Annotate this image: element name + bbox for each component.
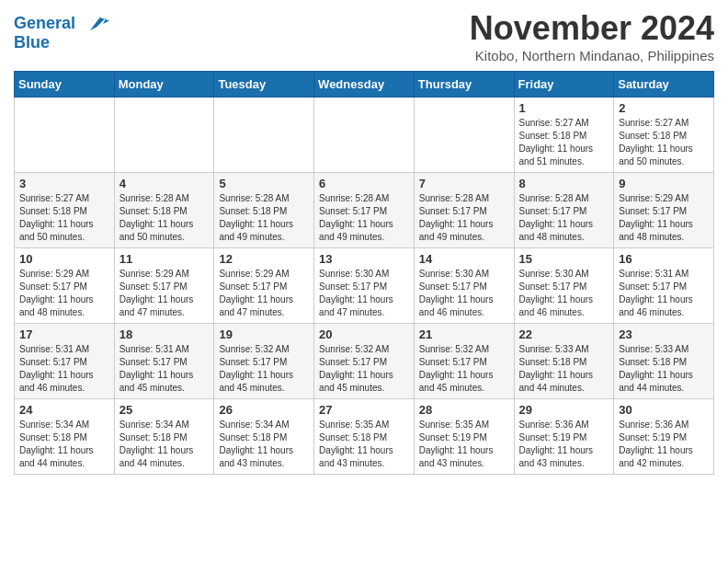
day-number: 21: [419, 327, 509, 341]
calendar-day-cell: 1Sunrise: 5:27 AM Sunset: 5:18 PM Daylig…: [514, 98, 614, 173]
day-number: 27: [319, 403, 409, 417]
day-info: Sunrise: 5:31 AM Sunset: 5:17 PM Dayligh…: [119, 343, 210, 395]
day-info: Sunrise: 5:33 AM Sunset: 5:18 PM Dayligh…: [519, 343, 609, 395]
calendar-day-cell: 2Sunrise: 5:27 AM Sunset: 5:18 PM Daylig…: [614, 98, 714, 173]
day-number: 3: [19, 177, 109, 190]
day-info: Sunrise: 5:36 AM Sunset: 5:19 PM Dayligh…: [519, 419, 609, 470]
day-number: 2: [619, 101, 709, 115]
calendar-day-cell: 4Sunrise: 5:28 AM Sunset: 5:18 PM Daylig…: [114, 173, 214, 248]
calendar-day-cell: 29Sunrise: 5:36 AM Sunset: 5:19 PM Dayli…: [514, 399, 614, 475]
month-title: November 2024: [470, 9, 714, 48]
day-number: 22: [519, 327, 609, 341]
day-info: Sunrise: 5:28 AM Sunset: 5:17 PM Dayligh…: [419, 192, 509, 244]
day-number: 8: [519, 177, 609, 190]
calendar-week-row: 3Sunrise: 5:27 AM Sunset: 5:18 PM Daylig…: [15, 173, 714, 248]
calendar-day-cell: 7Sunrise: 5:28 AM Sunset: 5:17 PM Daylig…: [414, 173, 514, 248]
calendar-day-cell: 13Sunrise: 5:30 AM Sunset: 5:17 PM Dayli…: [314, 248, 415, 324]
day-info: Sunrise: 5:27 AM Sunset: 5:18 PM Dayligh…: [519, 117, 609, 168]
day-number: 11: [119, 252, 210, 266]
calendar: SundayMondayTuesdayWednesdayThursdayFrid…: [14, 71, 714, 475]
weekday-header-row: SundayMondayTuesdayWednesdayThursdayFrid…: [15, 72, 714, 98]
day-info: Sunrise: 5:28 AM Sunset: 5:18 PM Dayligh…: [119, 192, 210, 244]
weekday-header-saturday: Saturday: [614, 72, 714, 98]
day-number: 1: [519, 101, 609, 115]
weekday-header-wednesday: Wednesday: [314, 72, 415, 98]
calendar-day-cell: 30Sunrise: 5:36 AM Sunset: 5:19 PM Dayli…: [614, 399, 714, 475]
weekday-header-thursday: Thursday: [414, 72, 514, 98]
day-info: Sunrise: 5:34 AM Sunset: 5:18 PM Dayligh…: [219, 419, 309, 470]
day-info: Sunrise: 5:29 AM Sunset: 5:17 PM Dayligh…: [19, 268, 109, 319]
header: General Blue November 2024 Kitobo, North…: [14, 9, 714, 63]
day-number: 23: [619, 327, 709, 341]
logo-blue: Blue: [14, 34, 109, 51]
day-info: Sunrise: 5:30 AM Sunset: 5:17 PM Dayligh…: [419, 268, 509, 319]
calendar-day-cell: 28Sunrise: 5:35 AM Sunset: 5:19 PM Dayli…: [414, 399, 514, 475]
weekday-header-friday: Friday: [514, 72, 614, 98]
calendar-day-cell: 23Sunrise: 5:33 AM Sunset: 5:18 PM Dayli…: [614, 324, 714, 399]
calendar-day-cell: 26Sunrise: 5:34 AM Sunset: 5:18 PM Dayli…: [214, 399, 314, 475]
calendar-day-cell: 3Sunrise: 5:27 AM Sunset: 5:18 PM Daylig…: [15, 173, 115, 248]
calendar-empty-cell: [414, 98, 514, 173]
title-area: November 2024 Kitobo, Northern Mindanao,…: [470, 9, 714, 63]
calendar-day-cell: 5Sunrise: 5:28 AM Sunset: 5:18 PM Daylig…: [214, 173, 314, 248]
day-number: 5: [219, 177, 309, 190]
calendar-empty-cell: [314, 98, 415, 173]
calendar-week-row: 17Sunrise: 5:31 AM Sunset: 5:17 PM Dayli…: [15, 324, 714, 399]
day-info: Sunrise: 5:33 AM Sunset: 5:18 PM Dayligh…: [619, 343, 709, 395]
day-info: Sunrise: 5:29 AM Sunset: 5:17 PM Dayligh…: [619, 192, 709, 244]
day-info: Sunrise: 5:30 AM Sunset: 5:17 PM Dayligh…: [319, 268, 409, 319]
calendar-day-cell: 6Sunrise: 5:28 AM Sunset: 5:17 PM Daylig…: [314, 173, 415, 248]
day-info: Sunrise: 5:29 AM Sunset: 5:17 PM Dayligh…: [119, 268, 210, 319]
day-info: Sunrise: 5:31 AM Sunset: 5:17 PM Dayligh…: [19, 343, 109, 395]
day-number: 15: [519, 252, 609, 266]
logo-general: General: [14, 14, 75, 32]
calendar-day-cell: 12Sunrise: 5:29 AM Sunset: 5:17 PM Dayli…: [214, 248, 314, 324]
calendar-day-cell: 8Sunrise: 5:28 AM Sunset: 5:17 PM Daylig…: [514, 173, 614, 248]
day-number: 26: [219, 403, 309, 417]
day-number: 12: [219, 252, 309, 266]
day-number: 6: [319, 177, 409, 190]
day-number: 29: [519, 403, 609, 417]
calendar-empty-cell: [214, 98, 314, 173]
day-number: 4: [119, 177, 210, 190]
day-number: 20: [319, 327, 409, 341]
day-number: 17: [19, 327, 109, 341]
calendar-day-cell: 18Sunrise: 5:31 AM Sunset: 5:17 PM Dayli…: [114, 324, 214, 399]
day-number: 24: [19, 403, 109, 417]
calendar-day-cell: 14Sunrise: 5:30 AM Sunset: 5:17 PM Dayli…: [414, 248, 514, 324]
day-info: Sunrise: 5:28 AM Sunset: 5:17 PM Dayligh…: [319, 192, 409, 244]
calendar-day-cell: 16Sunrise: 5:31 AM Sunset: 5:17 PM Dayli…: [614, 248, 714, 324]
calendar-empty-cell: [114, 98, 214, 173]
calendar-empty-cell: [15, 98, 115, 173]
day-info: Sunrise: 5:34 AM Sunset: 5:18 PM Dayligh…: [119, 419, 210, 470]
day-number: 10: [19, 252, 109, 266]
weekday-header-sunday: Sunday: [15, 72, 115, 98]
logo: General Blue: [14, 14, 109, 51]
weekday-header-monday: Monday: [114, 72, 214, 98]
day-number: 18: [119, 327, 210, 341]
calendar-day-cell: 22Sunrise: 5:33 AM Sunset: 5:18 PM Dayli…: [514, 324, 614, 399]
day-info: Sunrise: 5:34 AM Sunset: 5:18 PM Dayligh…: [19, 419, 109, 470]
day-info: Sunrise: 5:28 AM Sunset: 5:17 PM Dayligh…: [519, 192, 609, 244]
day-info: Sunrise: 5:30 AM Sunset: 5:17 PM Dayligh…: [519, 268, 609, 319]
day-info: Sunrise: 5:27 AM Sunset: 5:18 PM Dayligh…: [619, 117, 709, 168]
day-info: Sunrise: 5:32 AM Sunset: 5:17 PM Dayligh…: [319, 343, 409, 395]
calendar-day-cell: 24Sunrise: 5:34 AM Sunset: 5:18 PM Dayli…: [15, 399, 115, 475]
calendar-day-cell: 21Sunrise: 5:32 AM Sunset: 5:17 PM Dayli…: [414, 324, 514, 399]
day-number: 16: [619, 252, 709, 266]
calendar-day-cell: 9Sunrise: 5:29 AM Sunset: 5:17 PM Daylig…: [614, 173, 714, 248]
calendar-day-cell: 17Sunrise: 5:31 AM Sunset: 5:17 PM Dayli…: [15, 324, 115, 399]
day-number: 19: [219, 327, 309, 341]
day-info: Sunrise: 5:36 AM Sunset: 5:19 PM Dayligh…: [619, 419, 709, 470]
day-info: Sunrise: 5:28 AM Sunset: 5:18 PM Dayligh…: [219, 192, 309, 244]
day-number: 28: [419, 403, 509, 417]
day-info: Sunrise: 5:32 AM Sunset: 5:17 PM Dayligh…: [219, 343, 309, 395]
calendar-day-cell: 25Sunrise: 5:34 AM Sunset: 5:18 PM Dayli…: [114, 399, 214, 475]
day-number: 25: [119, 403, 210, 417]
day-info: Sunrise: 5:32 AM Sunset: 5:17 PM Dayligh…: [419, 343, 509, 395]
location-title: Kitobo, Northern Mindanao, Philippines: [470, 48, 714, 63]
day-info: Sunrise: 5:27 AM Sunset: 5:18 PM Dayligh…: [19, 192, 109, 244]
day-number: 9: [619, 177, 709, 190]
calendar-day-cell: 27Sunrise: 5:35 AM Sunset: 5:18 PM Dayli…: [314, 399, 415, 475]
calendar-week-row: 1Sunrise: 5:27 AM Sunset: 5:18 PM Daylig…: [15, 98, 714, 173]
